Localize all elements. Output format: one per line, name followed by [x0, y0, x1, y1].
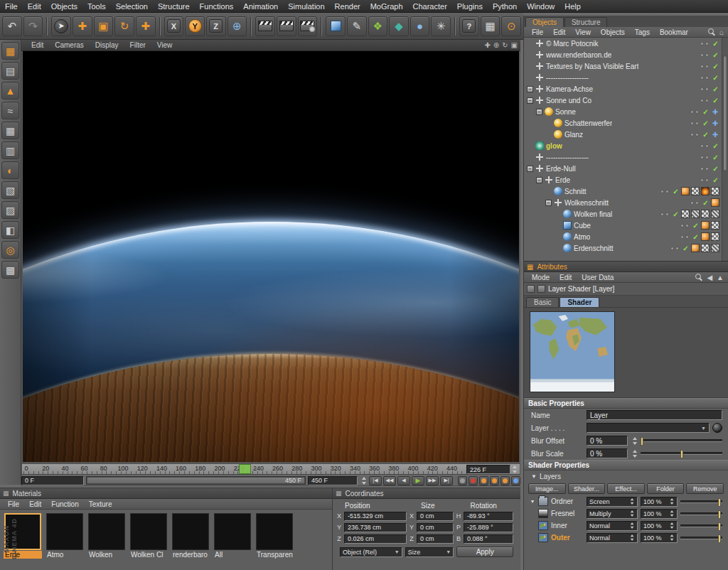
- pan-view-icon[interactable]: ✚: [484, 41, 490, 49]
- object-row-sonne-und-co[interactable]: −Sonne und Co✓: [524, 95, 728, 106]
- blend-mode-dropdown[interactable]: Screen: [587, 497, 638, 507]
- menu-simulation[interactable]: Simulation: [283, 0, 329, 13]
- checker-tag-icon[interactable]: [701, 244, 710, 252]
- menu-help[interactable]: Help: [560, 0, 586, 13]
- visibility-dots[interactable]: [660, 213, 669, 216]
- add-modeling-icon[interactable]: ◆: [389, 16, 409, 36]
- object-row-www-renderbaron-de[interactable]: www.renderbaron.de✓: [524, 49, 728, 60]
- objects-menu-file[interactable]: File: [527, 27, 548, 38]
- viewport-menu-edit[interactable]: Edit: [26, 40, 49, 51]
- shader-layer-ordner[interactable]: ▼OrdnerScreen100 %: [524, 495, 728, 507]
- grid-icon[interactable]: ▥: [1, 141, 19, 159]
- remove-button[interactable]: Remove: [686, 483, 724, 494]
- visibility-dots[interactable]: [660, 190, 669, 193]
- current-frame-field[interactable]: 226 F: [466, 465, 510, 474]
- visibility-dots[interactable]: [700, 144, 709, 148]
- undo-icon[interactable]: ↶: [2, 16, 22, 36]
- preview-range-bar[interactable]: 450 F: [86, 476, 306, 485]
- blend-mode-dropdown[interactable]: Normal: [587, 521, 638, 531]
- visibility-dots[interactable]: [700, 65, 709, 68]
- effect-button[interactable]: Effect...: [607, 483, 645, 494]
- image-button[interactable]: Image...: [528, 483, 566, 494]
- transport-button-4[interactable]: ▶▶: [426, 476, 439, 485]
- opacity-slider[interactable]: [680, 537, 722, 539]
- zoom-view-icon[interactable]: ⊕: [493, 41, 499, 49]
- enabled-check-icon[interactable]: ✓: [702, 108, 710, 116]
- manager-icon[interactable]: ⌂: [719, 28, 724, 36]
- enabled-check-icon[interactable]: ✓: [692, 222, 700, 230]
- object-row-kamera-achse[interactable]: −Kamera-Achse✓: [524, 83, 728, 95]
- materials-menu-texture[interactable]: Texture: [84, 499, 117, 510]
- coordinate-system-icon[interactable]: ⊕: [228, 16, 247, 36]
- menu-character[interactable]: Character: [408, 0, 452, 13]
- rotate-view-icon[interactable]: ↻: [502, 41, 508, 49]
- orange-tag-icon[interactable]: [691, 244, 700, 252]
- blur-offset-slider[interactable]: [641, 439, 722, 442]
- object-row-schnitt[interactable]: Schnitt✓: [524, 185, 728, 197]
- size-mode-dropdown[interactable]: Size▼: [405, 547, 454, 557]
- orange-tag-icon[interactable]: [701, 232, 710, 241]
- enabled-check-icon[interactable]: ✓: [712, 63, 719, 70]
- visibility-dots[interactable]: [690, 110, 699, 114]
- record-toggle-5[interactable]: [511, 476, 520, 485]
- size-z-field[interactable]: 0 cm: [417, 534, 454, 544]
- attributes-menu-user-data[interactable]: User Data: [577, 272, 619, 283]
- visibility-dots[interactable]: [700, 99, 709, 102]
- menu-file[interactable]: File: [0, 0, 23, 13]
- menu-plugins[interactable]: Plugins: [452, 0, 488, 13]
- visibility-dots[interactable]: [670, 247, 679, 250]
- visibility-dots[interactable]: [700, 42, 709, 45]
- frame-ruler[interactable]: 0204060801001201401601802002202402602803…: [23, 464, 463, 474]
- enabled-check-icon[interactable]: ✓: [672, 188, 680, 195]
- menu-window[interactable]: Window: [522, 0, 560, 13]
- toggle-view-icon[interactable]: ▣: [511, 41, 518, 49]
- enabled-check-icon[interactable]: ✓: [712, 40, 719, 48]
- expand-toggle[interactable]: −: [545, 200, 552, 206]
- menu-selection[interactable]: Selection: [111, 0, 153, 13]
- record-toggle-3[interactable]: [490, 476, 499, 485]
- enabled-check-icon[interactable]: ✓: [712, 51, 719, 59]
- folder-button[interactable]: Folder: [647, 483, 685, 494]
- rotation-h-field[interactable]: -89.93 °: [464, 512, 513, 521]
- object-row-glanz[interactable]: Glanz✓✚: [524, 129, 728, 140]
- transport-button-1[interactable]: ◀◀: [383, 476, 396, 485]
- shader-button[interactable]: Shader...: [568, 483, 606, 494]
- enabled-check-icon[interactable]: ✓: [672, 210, 680, 218]
- objects-menu-view[interactable]: View: [570, 27, 596, 38]
- z-axis-button[interactable]: Z: [206, 16, 226, 36]
- viewport-menu-cameras[interactable]: Cameras: [49, 40, 90, 51]
- shader-layer-outer[interactable]: OuterNormal100 %: [524, 532, 728, 544]
- opacity-field[interactable]: 100 %: [641, 509, 678, 519]
- transport-button-3[interactable]: ▶: [412, 476, 424, 485]
- object-row-wolkenschnitt[interactable]: −Wolkenschnitt✓: [524, 197, 728, 208]
- checker-tag-icon[interactable]: [701, 210, 710, 218]
- visibility-dots[interactable]: [680, 235, 689, 239]
- blur-offset-spinner[interactable]: [633, 437, 638, 445]
- tab-shader[interactable]: Shader: [560, 297, 599, 307]
- opacity-field[interactable]: 100 %: [641, 521, 678, 531]
- size-x-field[interactable]: 0 cm: [417, 512, 454, 521]
- texture-axis-icon[interactable]: ▩: [1, 261, 19, 279]
- size-y-field[interactable]: 0 cm: [417, 523, 454, 532]
- target-expression-tag[interactable]: ✚: [711, 108, 719, 116]
- record-toggle-4[interactable]: [500, 476, 510, 485]
- orange-tag-icon[interactable]: [681, 187, 690, 195]
- search-icon[interactable]: [695, 274, 702, 281]
- visibility-dots[interactable]: [700, 53, 709, 57]
- range-spinner[interactable]: [362, 477, 367, 485]
- record-toggle-1[interactable]: [469, 476, 478, 485]
- add-cube-icon[interactable]: [326, 16, 346, 36]
- visibility-dots[interactable]: [690, 133, 699, 136]
- lathe-icon[interactable]: ◧: [1, 221, 19, 239]
- checker-tag-icon[interactable]: [711, 232, 719, 241]
- menu-python[interactable]: Python: [488, 0, 522, 13]
- menu-animation[interactable]: Animation: [238, 0, 283, 13]
- shader-layer-fresnel[interactable]: FresnelMultiply100 %: [524, 507, 728, 520]
- tab-objects[interactable]: Objects: [525, 17, 564, 27]
- layer-dropdown[interactable]: ▼: [587, 423, 710, 433]
- deform-icon[interactable]: ◎: [1, 241, 19, 259]
- add-spline-icon[interactable]: ✎: [347, 16, 367, 36]
- material-renderbaro[interactable]: renderbaro: [171, 513, 210, 559]
- object-row-sonne[interactable]: −Sonne✓✚: [524, 106, 728, 117]
- object-row--[interactable]: ------------------✓: [524, 72, 728, 83]
